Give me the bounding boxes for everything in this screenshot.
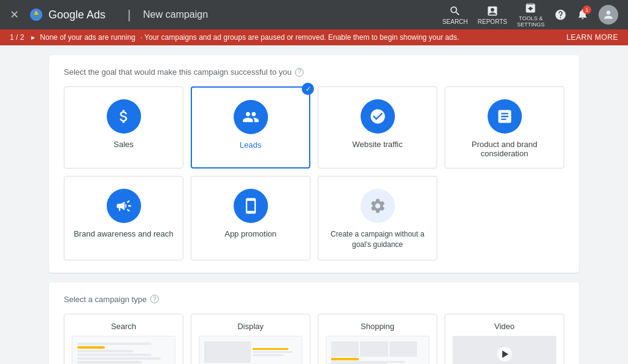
- google-logo-icon: [29, 7, 44, 22]
- sales-icon-circle: [107, 99, 141, 134]
- campaign-type-card: Select a campaign type ? Search Rea: [49, 282, 579, 364]
- alert-bar: 1 / 2 ▸ None of your ads are running · Y…: [0, 29, 628, 45]
- goal-item-app-promotion[interactable]: App promotion: [191, 176, 310, 260]
- goal-item-leads[interactable]: ✓ Leads: [191, 86, 310, 169]
- app-name: Google Ads: [48, 9, 105, 21]
- product-brand-label: Product and brand consideration: [453, 140, 556, 158]
- help-nav-button[interactable]: [554, 9, 567, 21]
- app-promotion-icon-circle: [234, 189, 268, 223]
- goal-item-sales[interactable]: Sales: [64, 86, 183, 169]
- goal-item-no-goal[interactable]: Create a campaign without a goal's guida…: [318, 176, 437, 260]
- goal-card: Select the goal that would make this cam…: [49, 55, 579, 273]
- video-type-label: Video: [494, 322, 515, 331]
- user-avatar[interactable]: [599, 5, 618, 25]
- notifications-button[interactable]: 1: [576, 8, 589, 21]
- campaign-type-grid: Search Reach customers interested in you…: [64, 314, 564, 364]
- website-traffic-icon-circle: [361, 99, 395, 134]
- campaign-type-help-icon[interactable]: ?: [150, 295, 159, 303]
- brand-awareness-label: Brand awareness and reach: [74, 229, 174, 238]
- notification-badge: 1: [583, 6, 591, 14]
- reports-icon: [486, 5, 499, 17]
- reports-nav-button[interactable]: REPORTS: [478, 5, 507, 25]
- brand-awareness-icon-circle: [107, 189, 141, 223]
- leads-label: Leads: [240, 140, 261, 150]
- step-info: 1 / 2: [10, 33, 24, 42]
- display-type-label: Display: [237, 322, 264, 331]
- product-brand-icon-circle: [488, 99, 522, 134]
- tools-icon: [524, 2, 537, 14]
- goal-item-product-brand[interactable]: Product and brand consideration: [445, 86, 564, 169]
- display-preview: [199, 336, 302, 364]
- website-traffic-icon: [369, 108, 386, 125]
- tools-nav-button[interactable]: TOOLS &SETTINGS: [517, 2, 545, 28]
- campaign-type-video[interactable]: Video Reach and engage viewers on YouTub…: [445, 314, 564, 364]
- search-preview: [72, 336, 175, 364]
- goal-grid-empty: [445, 176, 564, 260]
- title-divider: |: [128, 8, 131, 22]
- shopping-type-label: Shopping: [361, 322, 394, 331]
- leads-check-badge: ✓: [302, 83, 314, 95]
- play-button-icon: [497, 347, 512, 362]
- play-triangle-icon: [502, 351, 508, 358]
- video-preview: [453, 336, 556, 364]
- campaign-type-display[interactable]: Display: [191, 314, 310, 364]
- sales-icon: [115, 108, 132, 125]
- leads-icon-circle: [234, 100, 268, 134]
- campaign-type-title-text: Select a campaign type: [64, 295, 147, 304]
- search-type-label: Search: [111, 322, 136, 331]
- goal-item-website-traffic[interactable]: Website traffic: [318, 86, 437, 169]
- website-traffic-label: Website traffic: [353, 140, 403, 149]
- no-goal-icon: [369, 197, 386, 214]
- goal-grid-row1: Sales ✓ Leads Website traffic: [64, 86, 564, 169]
- campaign-type-card-title: Select a campaign type ?: [64, 295, 564, 304]
- top-navigation: ✕ Google Ads | New campaign SEARCH REPOR…: [0, 0, 628, 29]
- help-icon: [554, 9, 567, 21]
- brand-awareness-icon: [115, 197, 132, 214]
- goal-grid-row2: Brand awareness and reach App promotion …: [64, 176, 564, 260]
- alert-warning-text: None of your ads are running: [40, 33, 135, 42]
- search-nav-button[interactable]: SEARCH: [442, 5, 468, 25]
- alert-detail: · Your campaigns and ad groups are pause…: [140, 33, 459, 42]
- tools-nav-label: TOOLS &SETTINGS: [517, 15, 545, 28]
- no-goal-icon-circle: [361, 189, 395, 223]
- product-brand-icon: [496, 108, 513, 125]
- no-goal-label: Create a campaign without a goal's guida…: [326, 229, 429, 250]
- goal-help-icon[interactable]: ?: [295, 68, 304, 77]
- close-button[interactable]: ✕: [10, 8, 19, 21]
- campaign-type-shopping[interactable]: Shopping Promote your product: [318, 314, 437, 364]
- goal-item-brand-awareness[interactable]: Brand awareness and reach: [64, 176, 183, 260]
- page-title: New campaign: [143, 9, 208, 20]
- logo-area: ✕ Google Ads | New campaign: [10, 7, 208, 22]
- search-icon: [449, 5, 461, 17]
- search-nav-label: SEARCH: [442, 18, 468, 25]
- goal-card-title: Select the goal that would make this cam…: [64, 67, 564, 77]
- app-promotion-icon: [242, 197, 259, 214]
- main-content: Select the goal that would make this cam…: [0, 45, 628, 364]
- learn-more-link[interactable]: LEARN MORE: [567, 33, 618, 42]
- reports-nav-label: REPORTS: [478, 18, 507, 25]
- nav-right: SEARCH REPORTS TOOLS &SETTINGS 1: [442, 2, 618, 28]
- alert-divider: ▸: [31, 33, 35, 42]
- goal-title-text: Select the goal that would make this cam…: [64, 67, 291, 77]
- avatar-icon: [602, 9, 615, 21]
- campaign-type-search[interactable]: Search Reach customers interested in you…: [64, 314, 183, 364]
- leads-icon: [242, 108, 259, 126]
- shopping-preview: [326, 336, 429, 364]
- app-promotion-label: App promotion: [224, 229, 277, 238]
- sales-label: Sales: [113, 140, 134, 149]
